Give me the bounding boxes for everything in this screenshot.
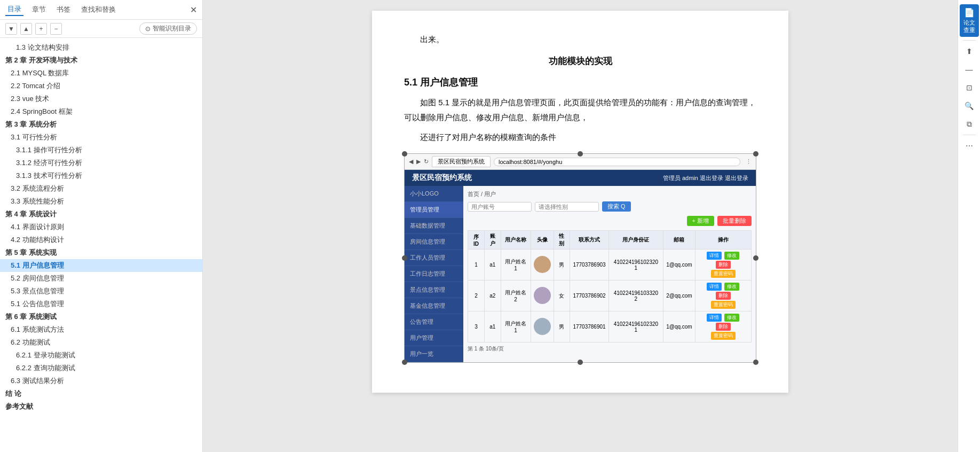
paragraph-1: 如图 5.1 显示的就是用户信息管理页面，此页面提供给管理员的功能有：用户信息的… — [404, 95, 756, 126]
reset-btn[interactable]: 重置密码 — [711, 301, 736, 309]
cell-gender: 男 — [554, 311, 570, 342]
toc-item-14[interactable]: 4.1 界面设计原则 — [0, 221, 202, 233]
sidebar-app-user-list[interactable]: 用户一览 — [405, 346, 463, 362]
smart-recognize-btn[interactable]: ⊙ 智能识别目录 — [139, 22, 197, 35]
edit-btn[interactable]: 修改 — [724, 314, 739, 322]
toc-item-26[interactable]: 6.3 测试结果分析 — [0, 375, 202, 387]
view-btn[interactable]: 详情 — [707, 252, 722, 260]
toc-item-9[interactable]: 3.1.2 经济可行性分析 — [0, 157, 202, 169]
paper-check-btn[interactable]: 📄 论文查重 — [960, 4, 979, 37]
toc-remove-btn[interactable]: − — [50, 23, 62, 35]
resize-handle-bm[interactable] — [578, 360, 583, 365]
toc-item-3[interactable]: 2.2 Tomcat 介绍 — [0, 80, 202, 92]
resize-handle-ml[interactable] — [402, 255, 407, 261]
action-row: + 新增 批量删除 — [468, 216, 752, 226]
view-btn[interactable]: 详情 — [707, 283, 722, 291]
resize-handle-mr[interactable] — [753, 255, 758, 261]
sidebar-app-fund[interactable]: 基金信息管理 — [405, 298, 463, 314]
tab-findreplace[interactable]: 查找和替换 — [79, 4, 118, 15]
resize-handle-tl[interactable] — [402, 151, 407, 157]
delete-btn[interactable]: 删除 — [716, 292, 731, 300]
col-name: 用户名称 — [501, 231, 531, 250]
toc-item-16[interactable]: 第 5 章 系统实现 — [0, 246, 202, 259]
toc-item-19[interactable]: 5.3 景点信息管理 — [0, 285, 202, 298]
toc-item-27[interactable]: 结 论 — [0, 387, 202, 400]
upload-icon[interactable]: ⬆ — [962, 44, 977, 59]
sidebar-app-room[interactable]: 房间信息管理 — [405, 234, 463, 250]
sidebar-app-log[interactable]: 工作日志管理 — [405, 266, 463, 282]
toc-item-5[interactable]: 2.4 SpringBoot 框架 — [0, 105, 202, 118]
tab-bookmark[interactable]: 书签 — [54, 4, 73, 15]
view-btn[interactable]: 详情 — [707, 314, 722, 322]
resize-handle-br[interactable] — [753, 360, 758, 365]
cell-idcard: 410224196103320 2 — [608, 280, 663, 311]
browser-back-btn[interactable]: ◀ — [409, 158, 413, 165]
toc-item-1[interactable]: 第 2 章 开发环境与技术 — [0, 54, 202, 67]
delete-btn[interactable]: 删除 — [716, 323, 731, 331]
search-icon[interactable]: 🔍 — [962, 98, 977, 113]
batch-delete-button[interactable]: 批量删除 — [717, 216, 752, 226]
close-button[interactable]: ✕ — [190, 5, 197, 15]
minus-icon[interactable]: — — [962, 62, 977, 77]
toc-item-24[interactable]: 6.2.1 登录功能测试 — [0, 349, 202, 362]
tab-toc[interactable]: 目录 — [5, 3, 23, 16]
reset-btn[interactable]: 重置密码 — [711, 270, 736, 278]
toc-item-2[interactable]: 2.1 MYSQL 数据库 — [0, 67, 202, 80]
toc-item-10[interactable]: 3.1.3 技术可行性分析 — [0, 169, 202, 182]
smart-label: 智能识别目录 — [153, 24, 191, 33]
sidebar-app-user[interactable]: 用户管理 — [405, 330, 463, 346]
edit-btn[interactable]: 修改 — [724, 283, 739, 291]
sidebar-app-staff[interactable]: 工作人员管理 — [405, 250, 463, 266]
toc-item-8[interactable]: 3.1.1 操作可行性分析 — [0, 144, 202, 157]
toc-item-28[interactable]: 参考文献 — [0, 400, 202, 413]
tab-chapter[interactable]: 章节 — [30, 4, 48, 15]
pagination[interactable]: 第 1 条 10条/页 — [468, 345, 752, 353]
search-button[interactable]: 搜索 Q — [602, 201, 631, 212]
more-icon[interactable]: ⋯ — [962, 138, 977, 153]
toc-item-13[interactable]: 第 4 章 系统设计 — [0, 208, 202, 221]
crop-icon[interactable]: ⊡ — [962, 80, 977, 95]
sidebar-app-scenic[interactable]: 景点信息管理 — [405, 282, 463, 298]
resize-handle-bl[interactable] — [402, 360, 407, 365]
browser-tab[interactable]: 景区民宿预约系统 — [432, 156, 491, 167]
browser-fwd-btn[interactable]: ▶ — [416, 158, 421, 165]
toc-item-25[interactable]: 6.2.2 查询功能测试 — [0, 362, 202, 375]
add-button[interactable]: + 新增 — [687, 216, 714, 226]
toc-item-12[interactable]: 3.3 系统性能分析 — [0, 195, 202, 208]
toc-item-18[interactable]: 5.2 房间信息管理 — [0, 272, 202, 285]
toc-item-23[interactable]: 6.2 功能测试 — [0, 336, 202, 349]
sidebar-app-admin[interactable]: 管理员管理 — [405, 202, 463, 218]
cell-phone: 17703786902 — [570, 280, 608, 311]
edit-btn[interactable]: 修改 — [724, 252, 739, 260]
resize-handle-tm[interactable] — [578, 151, 583, 157]
chapter-title: 功能模块的实现 — [404, 55, 756, 67]
reset-btn[interactable]: 重置密码 — [711, 332, 736, 340]
toc-expand-btn[interactable]: ▼ — [5, 23, 17, 35]
user-account-input[interactable] — [468, 202, 532, 212]
toc-item-22[interactable]: 6.1 系统测试方法 — [0, 323, 202, 336]
sidebar-app-notice[interactable]: 公告管理 — [405, 314, 463, 330]
toc-item-15[interactable]: 4.2 功能结构设计 — [0, 233, 202, 246]
toc-add-btn[interactable]: + — [35, 23, 47, 35]
cell-avatar — [531, 280, 554, 311]
browser-menu-btn[interactable]: ⋮ — [746, 158, 752, 165]
toc-item-21[interactable]: 第 6 章 系统测试 — [0, 310, 202, 323]
toc-item-7[interactable]: 3.1 可行性分析 — [0, 131, 202, 144]
toc-item-17[interactable]: 5.1 用户信息管理 — [0, 259, 202, 272]
address-bar[interactable]: localhost:8081/#/yonghu — [494, 158, 740, 166]
toc-item-4[interactable]: 2.3 vue 技术 — [0, 92, 202, 105]
copy-icon[interactable]: ⧉ — [962, 116, 977, 131]
delete-btn[interactable]: 删除 — [716, 261, 731, 269]
toc-item-6[interactable]: 第 3 章 系统分析 — [0, 118, 202, 131]
end-text: 出来。 — [404, 32, 756, 48]
browser-refresh-btn[interactable]: ↻ — [424, 158, 429, 165]
toc-item-20[interactable]: 5.1 公告信息管理 — [0, 298, 202, 310]
toc-collapse-btn[interactable]: ▲ — [20, 23, 32, 35]
gender-select[interactable] — [535, 202, 599, 212]
resize-handle-tr[interactable] — [753, 151, 758, 157]
smart-icon: ⊙ — [145, 25, 151, 33]
toc-item-0[interactable]: 1.3 论文结构安排 — [0, 41, 202, 54]
app-title: 景区民宿预约系统 — [412, 173, 472, 183]
toc-item-11[interactable]: 3.2 系统流程分析 — [0, 182, 202, 195]
sidebar-app-base[interactable]: 基础数据管理 — [405, 218, 463, 234]
